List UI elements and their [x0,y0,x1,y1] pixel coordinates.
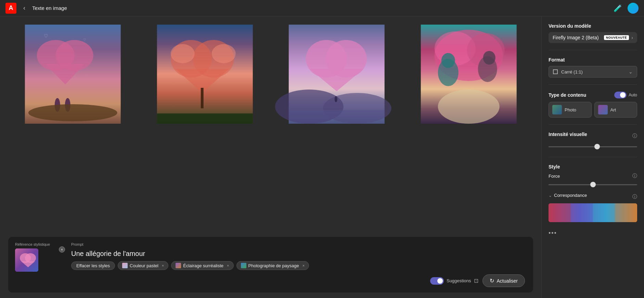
svg-point-32 [483,51,495,65]
tag-icon-eclairage [176,263,181,268]
correspondance-row: ⌄ Correspondance ⓘ [549,193,637,201]
refresh-icon: ↻ [490,277,494,284]
style-title: Style [549,164,637,170]
svg-rect-40 [571,203,593,222]
prompt-text[interactable]: Une allégorie de l'amour [71,250,526,258]
style-reference-section: Référence stylistique [15,242,63,272]
svg-rect-42 [615,203,637,222]
suggestions-toggle[interactable] [430,277,444,285]
force-slider-fill [549,184,593,185]
style-section: Style Force ⓘ ⌄ Correspondance [549,164,637,222]
flask-icon[interactable]: 🧪 [614,4,622,12]
force-label: Force [549,174,560,179]
back-icon: ‹ [23,4,25,12]
force-slider-thumb[interactable] [590,182,596,187]
force-slider-track [549,184,637,185]
actualiser-button[interactable]: ↻ Actualiser [482,274,525,287]
correspondance-thumbnail [549,203,637,222]
format-select[interactable]: Carré (1:1) ⌄ [549,66,637,78]
visual-intensity-info-icon[interactable]: ⓘ [632,133,637,139]
tag-icon-paysage [241,263,246,268]
remove-style-ref-button[interactable]: × [59,246,65,253]
force-slider[interactable] [549,181,637,188]
art-thumb [598,105,608,114]
svg-rect-41 [593,203,615,222]
share-icon[interactable]: ⊡ [474,277,478,284]
tag-couleur-pastel[interactable]: Couleur pastel × [118,261,168,270]
svg-rect-16 [157,113,253,124]
format-section: Format Carré (1:1) ⌄ [549,57,637,78]
svg-point-23 [335,96,337,102]
prompt-section: Prompt Une allégorie de l'amour Effacer … [71,242,526,272]
prompt-label: Prompt [71,242,526,246]
gallery-image-3[interactable] [272,25,401,124]
right-panel: Version du modèle Firefly Image 2 (Beta)… [541,16,644,298]
correspondance-chevron-icon: ⌄ [549,193,552,198]
svg-point-14 [170,44,194,63]
user-avatar[interactable] [628,3,639,14]
gallery-image-4[interactable] [404,25,533,124]
tag-close-eclairage[interactable]: × [227,263,229,268]
style-ref-image[interactable] [15,248,38,272]
suggestions-label: Suggestions [447,278,471,283]
model-name: Firefly Image 2 (Beta) [553,35,599,40]
force-info-icon[interactable]: ⓘ [632,173,637,179]
prompt-top: Référence stylistique [15,242,526,272]
tag-photographie-paysage[interactable]: Photographie de paysage × [236,261,309,270]
visual-intensity-row: Intensité visuelle ⓘ [549,132,637,140]
slider-fill [549,146,597,147]
content-type-buttons: Photo Art [549,102,637,118]
svg-rect-39 [549,203,571,222]
model-version-row[interactable]: Firefly Image 2 (Beta) NOUVEAUTÉ › [549,32,637,43]
tag-close-paysage[interactable]: × [302,263,305,268]
art-type-button[interactable]: Art [594,102,637,118]
correspondance-info-icon[interactable]: ⓘ [632,194,637,200]
divider-2 [549,84,637,85]
close-icon: × [61,248,63,252]
auto-label: Auto [629,93,637,97]
slider-thumb[interactable] [594,144,600,149]
chevron-right-icon: › [631,35,633,40]
tag-eclairage-surrealiste[interactable]: Éclairage surréaliste × [171,261,233,270]
divider-3 [549,124,637,125]
svg-point-36 [25,253,36,263]
bottom-row: Suggestions ⊡ ↻ Actualiser [15,274,526,287]
auto-toggle[interactable] [614,92,627,98]
content-type-row: Type de contenu Auto [549,92,637,98]
tag-close-pastel[interactable]: × [162,263,164,268]
svg-text:♡: ♡ [44,33,48,39]
main-container: ♡ ♡ [0,16,644,298]
svg-text:♡: ♡ [83,38,86,42]
visual-intensity-slider[interactable] [549,143,637,150]
image-gallery: ♡ ♡ [0,16,541,231]
header: A ‹ Texte en image 🧪 [0,0,644,16]
format-title: Format [549,57,637,63]
divider-1 [549,50,637,50]
auto-toggle-row: Auto [614,92,637,98]
svg-rect-24 [289,110,385,124]
divider-4 [549,157,637,157]
svg-point-30 [441,53,455,68]
square-icon [553,69,558,74]
content-area: ♡ ♡ [0,16,541,298]
correspondance-collapse[interactable]: ⌄ Correspondance [549,193,587,198]
nouveaute-badge: NOUVEAUTÉ [604,35,629,40]
page-title: Texte en image [32,5,67,11]
svg-rect-13 [201,88,203,108]
style-ref-label: Référence stylistique [15,242,63,246]
visual-intensity-title: Intensité visuelle [549,132,587,137]
back-button[interactable]: ‹ [21,3,28,13]
more-options-dots[interactable]: ••• [549,230,637,237]
header-right: 🧪 [614,3,639,14]
svg-point-8 [28,104,117,121]
model-version-title: Version du modèle [549,23,637,29]
tags-row: Effacer les styles Couleur pastel × Écla… [71,261,526,270]
chevron-down-icon: ⌄ [629,69,633,74]
clear-styles-button[interactable]: Effacer les styles [71,261,115,270]
slider-track [549,146,637,147]
format-label: Carré (1:1) [561,69,625,74]
photo-type-button[interactable]: Photo [549,102,592,118]
force-row: Force ⓘ [549,173,637,179]
gallery-image-2[interactable] [140,25,270,124]
gallery-image-1[interactable]: ♡ ♡ [8,25,138,124]
